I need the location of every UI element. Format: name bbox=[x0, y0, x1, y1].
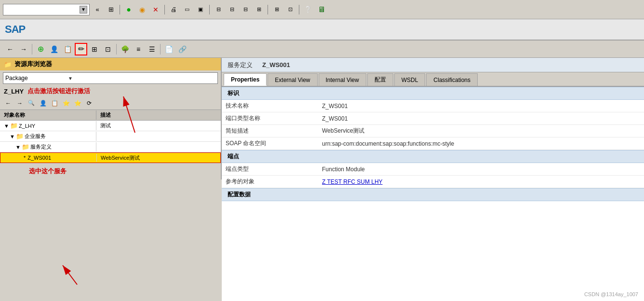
tree-cell-zlhy-name: ▼ 📁 Z_LHY bbox=[0, 121, 96, 130]
system-bar: ▼ « ⊞ ● ◉ ✕ 🖨 ▭ ▣ ⊟ ⊟ ⊟ ⊞ ⊞ ⊡ ❔ 🖥 bbox=[0, 0, 644, 19]
service-header: 服务定义 Z_WS001 bbox=[222, 58, 644, 72]
tab-external-view[interactable]: External View bbox=[268, 73, 317, 86]
sap-header: SAP bbox=[0, 19, 644, 41]
tree-tool-8[interactable]: ⟳ bbox=[84, 98, 94, 109]
package-input[interactable] bbox=[5, 75, 68, 82]
tree-cell-qiye-desc bbox=[96, 136, 104, 137]
sys-btn-2[interactable]: ● bbox=[123, 4, 134, 15]
tree-column-header: 对象名称 描述 bbox=[0, 110, 221, 121]
tree-row-zws001[interactable]: * Z_WS001 WebService测试 bbox=[0, 152, 221, 163]
field-row-ref-object: 参考的对象 Z TEST RFC SUM LHY bbox=[222, 176, 644, 188]
fuwu-name-text: 服务定义 bbox=[30, 143, 52, 150]
nav-back-btn[interactable]: « bbox=[92, 4, 103, 15]
tool-btn-5[interactable]: ⊞ bbox=[88, 43, 101, 55]
field-value-endpoint-type: Function Module bbox=[322, 166, 365, 173]
tool-btn-1[interactable]: ⊕ bbox=[34, 43, 47, 55]
tree-tool-2[interactable]: → bbox=[14, 98, 25, 109]
tool-btn-7[interactable]: 🌳 bbox=[119, 43, 131, 55]
field-value-tech-name: Z_WS001 bbox=[322, 103, 348, 109]
field-label-soap-ns: SOAP 命名空间 bbox=[226, 139, 322, 148]
zlhy-folder-icon: 📁 bbox=[10, 122, 18, 129]
tree-body: ▼ 📁 Z_LHY 测试 ▼ 📁 企业服务 bbox=[0, 121, 221, 163]
section-params-header: 配置数据 bbox=[222, 188, 644, 201]
service-name-value: Z_WS001 bbox=[262, 61, 290, 68]
system-search-box[interactable]: ▼ bbox=[3, 4, 90, 15]
col-header-name: 对象名称 bbox=[0, 110, 96, 120]
field-value-ref-object[interactable]: Z TEST RFC SUM LHY bbox=[322, 178, 383, 185]
tree-toolbar: ← → 🔍 👤 📋 ⭐ ⭐ ⟳ bbox=[0, 96, 221, 110]
tool-btn-6[interactable]: ⊡ bbox=[102, 43, 114, 55]
sys-btn-10[interactable]: ⊟ bbox=[240, 4, 251, 15]
search-dropdown-arrow[interactable]: ▼ bbox=[80, 6, 87, 14]
tab-properties[interactable]: Properties bbox=[224, 73, 267, 86]
tab-config[interactable]: 配置 bbox=[367, 73, 393, 86]
tree-row-fuwu[interactable]: ▼ 📁 服务定义 bbox=[0, 142, 221, 152]
tool-btn-3[interactable]: 📋 bbox=[61, 43, 74, 55]
section-endpoint-header: 端点 bbox=[222, 150, 644, 163]
tool-btn-10[interactable]: 📄 bbox=[162, 43, 175, 55]
system-search-input[interactable] bbox=[5, 6, 78, 13]
field-row-port-type: 端口类型名称 Z_WS001 bbox=[222, 112, 644, 125]
sys-btn-14[interactable]: ❔ bbox=[302, 4, 314, 15]
zws001-bullet: * bbox=[24, 155, 26, 161]
tool-btn-2[interactable]: 👤 bbox=[48, 43, 60, 55]
zlhy-name-text: Z_LHY bbox=[19, 123, 35, 129]
field-row-soap-ns: SOAP 命名空间 urn:sap-com:document:sap:soap:… bbox=[222, 137, 644, 150]
col-header-desc: 描述 bbox=[96, 110, 115, 120]
tree-cell-fuwu-name: ▼ 📁 服务定义 bbox=[0, 142, 96, 151]
field-label-short-desc: 简短描述 bbox=[226, 127, 322, 135]
tab-wsdl[interactable]: WSDL bbox=[394, 73, 426, 86]
field-value-short-desc: WebService测试 bbox=[322, 127, 364, 135]
back-btn[interactable]: ← bbox=[4, 43, 16, 55]
z-lhy-label: Z_LHY bbox=[4, 88, 24, 95]
service-def-label: 服务定义 bbox=[228, 61, 253, 69]
zlhy-expand-icon: ▼ bbox=[4, 123, 9, 129]
left-panel-wrapper: 📁 资源库浏览器 ▼ Z_LHY 点击激活按钮进行激活 ← → 🔍 👤 📋 ⭐ bbox=[0, 58, 222, 301]
sys-btn-11[interactable]: ⊞ bbox=[253, 4, 265, 15]
sys-btn-3[interactable]: ◉ bbox=[136, 4, 148, 15]
sys-btn-8[interactable]: ⊟ bbox=[213, 4, 224, 15]
package-selector[interactable]: ▼ bbox=[3, 72, 218, 84]
sys-btn-12[interactable]: ⊞ bbox=[271, 4, 282, 15]
tree-tool-4[interactable]: 👤 bbox=[38, 98, 48, 109]
panel-title-text: 资源库浏览器 bbox=[14, 60, 52, 68]
tree-tool-5[interactable]: 📋 bbox=[49, 98, 60, 109]
sys-btn-15[interactable]: 🖥 bbox=[316, 4, 327, 15]
sys-btn-6[interactable]: ▭ bbox=[181, 4, 193, 15]
field-value-port-type: Z_WS001 bbox=[322, 115, 348, 122]
svg-line-3 bbox=[63, 265, 77, 285]
tree-cell-zws001-desc: WebService测试 bbox=[97, 153, 144, 163]
tab-classifications[interactable]: Classifications bbox=[426, 73, 478, 86]
tree-row-zlhy[interactable]: ▼ 📁 Z_LHY 测试 bbox=[0, 121, 221, 131]
tree-tool-7[interactable]: ⭐ bbox=[72, 98, 83, 109]
sys-btn-5[interactable]: 🖨 bbox=[168, 4, 179, 15]
tree-row-qiye[interactable]: ▼ 📁 企业服务 bbox=[0, 131, 221, 142]
forward-btn[interactable]: → bbox=[17, 43, 30, 55]
tool-btn-11[interactable]: 🔗 bbox=[176, 43, 188, 55]
tool-btn-8[interactable]: ≡ bbox=[132, 43, 145, 55]
tree-tool-3[interactable]: 🔍 bbox=[26, 98, 37, 109]
tree-tool-6[interactable]: ⭐ bbox=[61, 98, 71, 109]
right-panel: 服务定义 Z_WS001 Properties External View In… bbox=[222, 58, 644, 301]
sys-btn-7[interactable]: ▣ bbox=[195, 4, 206, 15]
field-label-port-type: 端口类型名称 bbox=[226, 114, 322, 123]
qiye-folder-icon: 📁 bbox=[16, 133, 24, 140]
sys-btn-1[interactable]: ⊞ bbox=[105, 4, 117, 15]
section-identification-header: 标识 bbox=[222, 87, 644, 100]
tree-tool-1[interactable]: ← bbox=[3, 98, 13, 109]
tool-btn-9[interactable]: ☰ bbox=[146, 43, 158, 55]
sys-btn-4[interactable]: ✕ bbox=[150, 4, 161, 15]
tree-cell-qiye-name: ▼ 📁 企业服务 bbox=[0, 132, 96, 141]
fuwu-folder-icon: 📁 bbox=[22, 143, 29, 150]
tab-internal-view[interactable]: Internal View bbox=[319, 73, 366, 86]
field-row-endpoint-type: 端点类型 Function Module bbox=[222, 163, 644, 176]
sys-btn-9[interactable]: ⊟ bbox=[226, 4, 238, 15]
activate-annotation: 点击激活按钮进行激活 bbox=[27, 87, 90, 96]
field-value-soap-ns: urn:sap-com:document:sap:soap:functions:… bbox=[322, 140, 454, 147]
activate-btn[interactable]: ✏ bbox=[75, 43, 87, 55]
package-dropdown-icon[interactable]: ▼ bbox=[68, 76, 73, 81]
select-annotation: 选中这个服务 bbox=[0, 163, 221, 179]
content-area: 标识 技术名称 Z_WS001 端口类型名称 Z_WS001 简短描述 WebS… bbox=[222, 87, 644, 301]
field-label-tech-name: 技术名称 bbox=[226, 102, 322, 110]
sys-btn-13[interactable]: ⊡ bbox=[284, 4, 296, 15]
